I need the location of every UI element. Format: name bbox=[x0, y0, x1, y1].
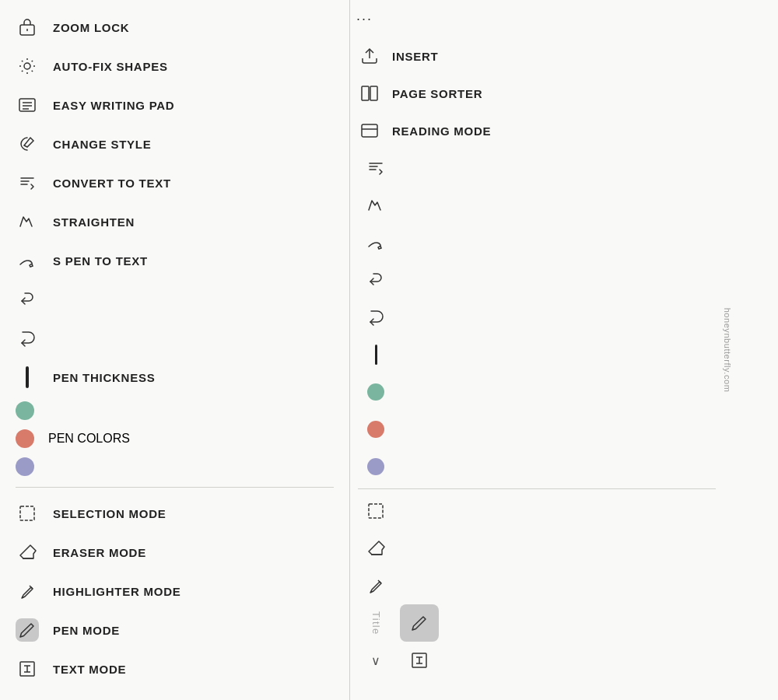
right-s-pen-icon bbox=[356, 224, 395, 261]
color-dot-salmon bbox=[16, 429, 34, 448]
pen-colors-purple[interactable] bbox=[0, 453, 349, 481]
text-mode-label: TEXT MODE bbox=[53, 663, 126, 676]
right-color-green[interactable] bbox=[350, 373, 724, 411]
insert-icon bbox=[358, 44, 381, 68]
reading-mode-label: READING MODE bbox=[392, 124, 491, 138]
pen-colors-label: PEN COLORS bbox=[48, 432, 130, 446]
right-pen-mode-icon bbox=[400, 604, 439, 642]
svg-rect-7 bbox=[20, 506, 34, 520]
convert-to-text-label: CONVERT TO TEXT bbox=[53, 177, 171, 190]
pen-mode-icon bbox=[16, 618, 39, 642]
zoom-lock-label: ZOOM LOCK bbox=[53, 21, 129, 34]
menu-item-text-mode[interactable]: TEXT MODE bbox=[0, 649, 349, 688]
menu-item-easy-writing-pad[interactable]: EASY WRITING PAD bbox=[0, 86, 349, 124]
right-eraser-mode[interactable] bbox=[350, 530, 724, 567]
right-pen-mode[interactable]: Title bbox=[350, 604, 724, 642]
right-selection-icon bbox=[356, 492, 395, 530]
reading-mode-icon bbox=[358, 119, 381, 142]
svg-point-2 bbox=[24, 63, 30, 69]
right-selection-mode[interactable] bbox=[350, 492, 724, 530]
right-panel: ··· INSERT PAGE SORTER bbox=[350, 0, 778, 700]
menu-item-undo1[interactable] bbox=[0, 280, 349, 319]
right-convert-text-icon bbox=[356, 149, 395, 187]
menu-item-pen-thickness[interactable]: PEN THICKNESS bbox=[0, 358, 349, 397]
menu-item-s-pen-to-text[interactable]: S PEN TO TEXT bbox=[0, 241, 349, 280]
right-pen-thickness[interactable] bbox=[350, 336, 724, 373]
selection-icon bbox=[16, 502, 39, 525]
insert-label: INSERT bbox=[392, 50, 439, 63]
menu-item-undo2[interactable] bbox=[0, 319, 349, 358]
writing-pad-icon bbox=[16, 93, 39, 117]
right-undo1[interactable] bbox=[350, 261, 724, 299]
right-pen-thickness-icon bbox=[356, 336, 395, 373]
menu-item-auto-fix-shapes[interactable]: AUTO-FIX SHAPES bbox=[0, 47, 349, 86]
right-menu-item-reading-mode[interactable]: READING MODE bbox=[350, 112, 724, 149]
s-pen-to-text-label: S PEN TO TEXT bbox=[53, 254, 148, 268]
right-color-purple-icon bbox=[356, 448, 395, 485]
svg-rect-16 bbox=[362, 124, 377, 137]
right-text-mode-row[interactable]: ∨ bbox=[350, 642, 724, 679]
straighten-icon bbox=[16, 210, 39, 233]
right-highlighter-mode[interactable] bbox=[350, 567, 724, 604]
color-dot-green bbox=[16, 401, 34, 420]
pen-colors-salmon[interactable]: PEN COLORS bbox=[0, 425, 349, 453]
right-s-pen[interactable] bbox=[350, 224, 724, 261]
page-sorter-label: PAGE SORTER bbox=[392, 87, 482, 100]
convert-text-icon bbox=[16, 171, 39, 194]
right-color-green-icon bbox=[356, 373, 395, 411]
watermark: honeynbutterfly.com bbox=[724, 308, 733, 393]
text-mode-icon bbox=[16, 657, 39, 681]
menu-item-selection-mode[interactable]: SELECTION MODE bbox=[0, 494, 349, 533]
right-color-salmon-icon bbox=[356, 411, 395, 448]
menu-item-change-style[interactable]: CHANGE STYLE bbox=[0, 124, 349, 163]
right-text-mode-icon bbox=[400, 642, 439, 679]
right-highlighter-icon bbox=[356, 567, 395, 604]
right-col-combined: ··· INSERT PAGE SORTER bbox=[350, 0, 724, 700]
menu-item-eraser-mode[interactable]: ERASER MODE bbox=[0, 533, 349, 572]
eraser-icon bbox=[16, 541, 39, 564]
right-menu-item-page-sorter[interactable]: PAGE SORTER bbox=[350, 75, 724, 112]
menu-item-straighten[interactable]: STRAIGHTEN bbox=[0, 202, 349, 241]
auto-fix-icon bbox=[16, 54, 39, 78]
right-straighten-icon bbox=[356, 187, 395, 224]
svg-rect-15 bbox=[370, 86, 377, 100]
svg-rect-14 bbox=[362, 86, 369, 100]
zoom-lock-icon bbox=[16, 16, 39, 39]
highlighter-icon bbox=[16, 579, 39, 603]
change-style-label: CHANGE STYLE bbox=[53, 138, 152, 151]
auto-fix-shapes-label: AUTO-FIX SHAPES bbox=[53, 60, 168, 73]
right-convert-to-text[interactable] bbox=[350, 149, 724, 187]
right-undo2-icon bbox=[356, 299, 395, 336]
right-color-purple[interactable] bbox=[350, 448, 724, 485]
dots-row[interactable]: ··· bbox=[350, 0, 724, 37]
pen-colors-green[interactable] bbox=[0, 397, 349, 425]
chevron-down-icon: ∨ bbox=[371, 653, 380, 668]
menu-item-pen-mode[interactable]: PEN MODE bbox=[0, 611, 349, 649]
right-undo2[interactable] bbox=[350, 299, 724, 336]
color-dot-purple bbox=[16, 457, 34, 476]
undo-icon bbox=[16, 288, 39, 311]
pen-thickness-icon bbox=[16, 366, 39, 389]
highlighter-mode-label: HIGHLIGHTER MODE bbox=[53, 585, 181, 598]
right-color-salmon[interactable] bbox=[350, 411, 724, 448]
eraser-mode-label: ERASER MODE bbox=[53, 546, 146, 559]
right-menu-item-insert[interactable]: INSERT bbox=[350, 37, 724, 75]
left-panel: ZOOM LOCK AUTO-FIX SHAPES EASY WRITING P… bbox=[0, 0, 350, 700]
menu-item-highlighter-mode[interactable]: HIGHLIGHTER MODE bbox=[0, 572, 349, 611]
right-undo1-icon bbox=[356, 261, 395, 299]
undo2-icon bbox=[16, 327, 39, 350]
menu-item-convert-to-text[interactable]: CONVERT TO TEXT bbox=[0, 163, 349, 202]
pen-thickness-label: PEN THICKNESS bbox=[53, 371, 155, 384]
title-vertical-label: Title bbox=[370, 608, 382, 639]
easy-writing-pad-label: EASY WRITING PAD bbox=[53, 99, 174, 112]
divider bbox=[16, 487, 334, 488]
change-style-icon bbox=[16, 132, 39, 156]
s-pen-icon bbox=[16, 249, 39, 272]
svg-rect-18 bbox=[369, 504, 383, 518]
page-sorter-icon bbox=[358, 82, 381, 105]
selection-mode-label: SELECTION MODE bbox=[53, 507, 166, 520]
menu-item-zoom-lock[interactable]: ZOOM LOCK bbox=[0, 8, 349, 47]
pen-mode-label: PEN MODE bbox=[53, 624, 120, 637]
right-straighten[interactable] bbox=[350, 187, 724, 224]
straighten-label: STRAIGHTEN bbox=[53, 215, 135, 229]
